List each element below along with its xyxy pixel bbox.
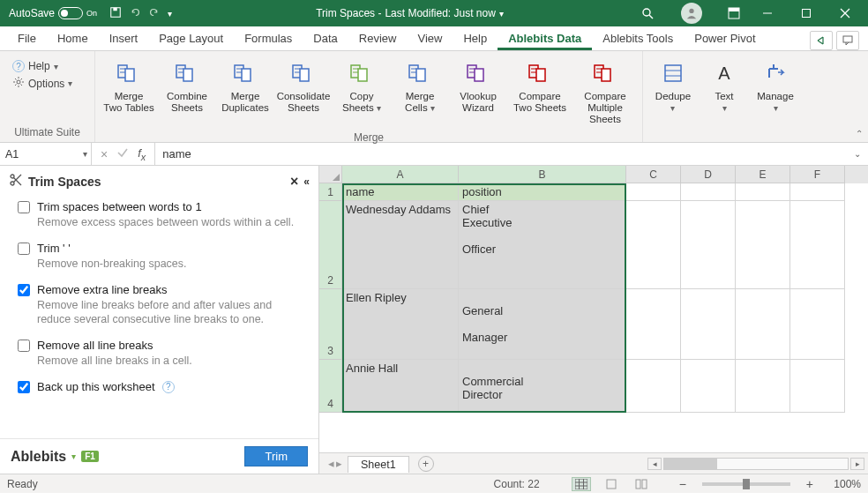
dedupe-button[interactable]: Dedupe▾	[648, 55, 698, 118]
tab-insert[interactable]: Insert	[99, 28, 149, 50]
row-header[interactable]: 4	[319, 360, 342, 413]
cell-D2[interactable]	[681, 201, 736, 289]
tab-home[interactable]: Home	[47, 28, 99, 50]
option-label[interactable]: Trim ' '	[37, 242, 71, 255]
combine-sheets-button[interactable]: CombineSheets	[159, 55, 215, 130]
collapse-pane-icon[interactable]: «	[303, 175, 310, 188]
scroll-left-button[interactable]: ◂	[647, 458, 662, 470]
cell-E1[interactable]	[736, 183, 790, 201]
column-header-F[interactable]: F	[790, 166, 845, 183]
undo-icon[interactable]	[129, 6, 141, 21]
normal-view-button[interactable]	[572, 477, 591, 491]
autosave-toggle[interactable]: AutoSave On	[4, 7, 102, 19]
cell-D3[interactable]	[681, 289, 736, 360]
compare-two-sheets-button[interactable]: CompareTwo Sheets	[508, 55, 572, 130]
cancel-icon[interactable]: ×	[101, 147, 108, 161]
merge-two-tables-button[interactable]: MergeTwo Tables	[101, 55, 157, 130]
horizontal-scrollbar[interactable]	[663, 458, 849, 470]
expand-formula-icon[interactable]: ⌄	[854, 149, 861, 159]
options-menu[interactable]: Options ▾	[12, 76, 82, 91]
manage-button[interactable]: Manage▾	[751, 55, 800, 118]
copy-sheets-button[interactable]: CopySheets ▾	[333, 55, 390, 130]
user-avatar[interactable]	[681, 3, 702, 24]
text-button[interactable]: AText▾	[700, 55, 749, 118]
option-checkbox-1[interactable]	[18, 243, 30, 255]
option-checkbox-0[interactable]	[18, 201, 30, 213]
cell-C1[interactable]	[626, 183, 681, 201]
title-dropdown-icon[interactable]: ▾	[499, 9, 504, 19]
cell-B2[interactable]: Chief Executive Officer	[459, 201, 626, 289]
cell-A1[interactable]: name	[342, 183, 459, 201]
save-icon[interactable]	[109, 6, 122, 21]
column-header-B[interactable]: B	[459, 166, 626, 183]
tab-review[interactable]: Review	[348, 28, 408, 50]
qat-dropdown-icon[interactable]: ▾	[168, 9, 172, 19]
cell-F1[interactable]	[790, 183, 845, 201]
page-layout-view-button[interactable]	[602, 477, 621, 491]
toggle-switch[interactable]	[58, 7, 83, 19]
comments-button[interactable]	[836, 31, 859, 50]
namebox-dropdown-icon[interactable]: ▾	[83, 149, 87, 159]
cell-E4[interactable]	[736, 360, 790, 413]
collapse-ribbon-icon[interactable]: ⌃	[856, 129, 863, 138]
column-header-E[interactable]: E	[736, 166, 790, 183]
f1-badge[interactable]: F1	[81, 451, 99, 462]
tab-data[interactable]: Data	[303, 28, 348, 50]
cell-F4[interactable]	[790, 360, 845, 413]
redo-icon[interactable]	[148, 6, 161, 21]
page-break-view-button[interactable]	[632, 477, 651, 491]
tab-page-layout[interactable]: Page Layout	[148, 28, 234, 50]
next-sheet-icon[interactable]: ▸	[336, 457, 342, 470]
cell-F3[interactable]	[790, 289, 845, 360]
option-checkbox-2[interactable]	[18, 284, 30, 296]
cell-C4[interactable]	[626, 360, 681, 413]
sheet-tab[interactable]: Sheet1	[348, 456, 409, 473]
column-header-D[interactable]: D	[681, 166, 736, 183]
name-box[interactable]: A1 ▾	[0, 143, 92, 165]
ribbon-display-icon[interactable]	[720, 0, 748, 26]
cell-F2[interactable]	[790, 201, 845, 289]
zoom-slider[interactable]	[702, 482, 790, 486]
cell-D1[interactable]	[681, 183, 736, 201]
prev-sheet-icon[interactable]: ◂	[328, 457, 334, 470]
cell-E3[interactable]	[736, 289, 790, 360]
tab-file[interactable]: File	[7, 28, 47, 50]
close-pane-icon[interactable]: ×	[290, 174, 298, 190]
brand-dropdown-icon[interactable]: ▾	[71, 451, 76, 461]
cell-A2[interactable]: Wednesday Addams	[342, 201, 459, 289]
consolidate-sheets-button[interactable]: ConsolidateSheets	[275, 55, 332, 130]
close-button[interactable]	[826, 0, 864, 26]
help-menu[interactable]: ?Help ▾	[12, 60, 82, 72]
fx-icon[interactable]: fx	[138, 146, 146, 162]
tab-power-pivot[interactable]: Power Pivot	[684, 28, 766, 50]
tab-ablebits-data[interactable]: Ablebits Data	[498, 28, 592, 50]
cell-B4[interactable]: Commercial Director	[459, 360, 626, 413]
zoom-in-button[interactable]: +	[806, 477, 813, 491]
spreadsheet-grid[interactable]: ABCDEF 1nameposition2 Wednesday AddamsCh…	[319, 166, 868, 474]
minimize-button[interactable]	[748, 0, 787, 26]
column-header-A[interactable]: A	[342, 166, 459, 183]
tab-help[interactable]: Help	[453, 28, 498, 50]
merge-duplicates-button[interactable]: MergeDuplicates	[217, 55, 273, 130]
row-header[interactable]: 2	[319, 201, 342, 289]
option-label[interactable]: Remove all line breaks	[37, 339, 153, 352]
option-checkbox-4[interactable]	[18, 381, 30, 393]
column-header-C[interactable]: C	[626, 166, 681, 183]
search-icon[interactable]	[640, 6, 655, 20]
new-sheet-button[interactable]: +	[418, 456, 434, 472]
cell-A3[interactable]: Ellen Ripley	[342, 289, 459, 360]
tab-view[interactable]: View	[407, 28, 453, 50]
formula-input[interactable]: name ⌄	[155, 143, 868, 165]
cell-D4[interactable]	[681, 360, 736, 413]
merge-cells-button[interactable]: MergeCells ▾	[392, 55, 448, 130]
row-header[interactable]: 3	[319, 289, 342, 360]
cell-E2[interactable]	[736, 201, 790, 289]
cell-C2[interactable]	[626, 201, 681, 289]
zoom-level[interactable]: 100%	[824, 478, 861, 490]
share-button[interactable]	[810, 31, 833, 50]
brand-label[interactable]: Ablebits	[11, 449, 66, 465]
option-label[interactable]: Remove extra line breaks	[37, 283, 167, 296]
row-header[interactable]: 1	[319, 183, 342, 201]
zoom-out-button[interactable]: −	[679, 477, 686, 491]
trim-button[interactable]: Trim	[244, 446, 308, 466]
